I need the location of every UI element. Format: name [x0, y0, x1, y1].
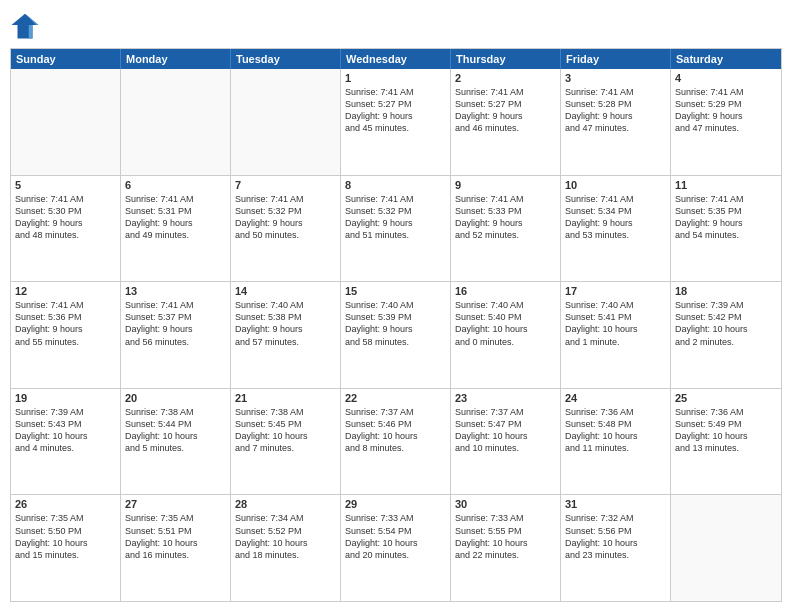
calendar-cell-3-6: 25Sunrise: 7:36 AM Sunset: 5:49 PM Dayli…	[671, 389, 781, 495]
calendar-cell-0-5: 3Sunrise: 7:41 AM Sunset: 5:28 PM Daylig…	[561, 69, 671, 175]
day-info: Sunrise: 7:41 AM Sunset: 5:29 PM Dayligh…	[675, 86, 777, 135]
day-number: 1	[345, 72, 446, 84]
header-day-friday: Friday	[561, 49, 671, 69]
day-info: Sunrise: 7:36 AM Sunset: 5:49 PM Dayligh…	[675, 406, 777, 455]
day-number: 5	[15, 179, 116, 191]
calendar-cell-3-4: 23Sunrise: 7:37 AM Sunset: 5:47 PM Dayli…	[451, 389, 561, 495]
calendar-row-0: 1Sunrise: 7:41 AM Sunset: 5:27 PM Daylig…	[11, 69, 781, 175]
day-number: 19	[15, 392, 116, 404]
day-info: Sunrise: 7:35 AM Sunset: 5:50 PM Dayligh…	[15, 512, 116, 561]
calendar-cell-2-6: 18Sunrise: 7:39 AM Sunset: 5:42 PM Dayli…	[671, 282, 781, 388]
calendar-cell-0-1	[121, 69, 231, 175]
header-day-wednesday: Wednesday	[341, 49, 451, 69]
day-info: Sunrise: 7:41 AM Sunset: 5:28 PM Dayligh…	[565, 86, 666, 135]
day-number: 6	[125, 179, 226, 191]
calendar-cell-2-0: 12Sunrise: 7:41 AM Sunset: 5:36 PM Dayli…	[11, 282, 121, 388]
day-number: 29	[345, 498, 446, 510]
logo-icon	[10, 10, 40, 40]
day-info: Sunrise: 7:41 AM Sunset: 5:33 PM Dayligh…	[455, 193, 556, 242]
day-number: 17	[565, 285, 666, 297]
calendar-cell-4-6	[671, 495, 781, 601]
calendar-cell-4-0: 26Sunrise: 7:35 AM Sunset: 5:50 PM Dayli…	[11, 495, 121, 601]
day-number: 22	[345, 392, 446, 404]
calendar-row-2: 12Sunrise: 7:41 AM Sunset: 5:36 PM Dayli…	[11, 281, 781, 388]
calendar-cell-1-1: 6Sunrise: 7:41 AM Sunset: 5:31 PM Daylig…	[121, 176, 231, 282]
calendar-cell-4-1: 27Sunrise: 7:35 AM Sunset: 5:51 PM Dayli…	[121, 495, 231, 601]
calendar-body: 1Sunrise: 7:41 AM Sunset: 5:27 PM Daylig…	[11, 69, 781, 601]
day-number: 30	[455, 498, 556, 510]
day-number: 21	[235, 392, 336, 404]
day-info: Sunrise: 7:41 AM Sunset: 5:27 PM Dayligh…	[455, 86, 556, 135]
calendar-cell-2-4: 16Sunrise: 7:40 AM Sunset: 5:40 PM Dayli…	[451, 282, 561, 388]
header-day-thursday: Thursday	[451, 49, 561, 69]
calendar-cell-1-5: 10Sunrise: 7:41 AM Sunset: 5:34 PM Dayli…	[561, 176, 671, 282]
header-day-tuesday: Tuesday	[231, 49, 341, 69]
day-number: 25	[675, 392, 777, 404]
day-info: Sunrise: 7:41 AM Sunset: 5:30 PM Dayligh…	[15, 193, 116, 242]
day-info: Sunrise: 7:39 AM Sunset: 5:42 PM Dayligh…	[675, 299, 777, 348]
calendar-cell-2-3: 15Sunrise: 7:40 AM Sunset: 5:39 PM Dayli…	[341, 282, 451, 388]
logo	[10, 10, 42, 40]
day-number: 16	[455, 285, 556, 297]
header-day-saturday: Saturday	[671, 49, 781, 69]
day-number: 10	[565, 179, 666, 191]
header-day-monday: Monday	[121, 49, 231, 69]
calendar-cell-4-2: 28Sunrise: 7:34 AM Sunset: 5:52 PM Dayli…	[231, 495, 341, 601]
calendar-cell-0-2	[231, 69, 341, 175]
header	[10, 10, 782, 40]
day-info: Sunrise: 7:40 AM Sunset: 5:39 PM Dayligh…	[345, 299, 446, 348]
calendar-cell-3-3: 22Sunrise: 7:37 AM Sunset: 5:46 PM Dayli…	[341, 389, 451, 495]
day-number: 14	[235, 285, 336, 297]
calendar-cell-1-4: 9Sunrise: 7:41 AM Sunset: 5:33 PM Daylig…	[451, 176, 561, 282]
day-info: Sunrise: 7:35 AM Sunset: 5:51 PM Dayligh…	[125, 512, 226, 561]
calendar-cell-0-6: 4Sunrise: 7:41 AM Sunset: 5:29 PM Daylig…	[671, 69, 781, 175]
day-number: 24	[565, 392, 666, 404]
day-info: Sunrise: 7:40 AM Sunset: 5:41 PM Dayligh…	[565, 299, 666, 348]
day-info: Sunrise: 7:41 AM Sunset: 5:27 PM Dayligh…	[345, 86, 446, 135]
calendar-cell-0-4: 2Sunrise: 7:41 AM Sunset: 5:27 PM Daylig…	[451, 69, 561, 175]
calendar-row-4: 26Sunrise: 7:35 AM Sunset: 5:50 PM Dayli…	[11, 494, 781, 601]
header-day-sunday: Sunday	[11, 49, 121, 69]
calendar-cell-3-1: 20Sunrise: 7:38 AM Sunset: 5:44 PM Dayli…	[121, 389, 231, 495]
day-info: Sunrise: 7:38 AM Sunset: 5:44 PM Dayligh…	[125, 406, 226, 455]
day-info: Sunrise: 7:41 AM Sunset: 5:35 PM Dayligh…	[675, 193, 777, 242]
calendar-cell-1-3: 8Sunrise: 7:41 AM Sunset: 5:32 PM Daylig…	[341, 176, 451, 282]
day-number: 18	[675, 285, 777, 297]
day-number: 13	[125, 285, 226, 297]
day-number: 11	[675, 179, 777, 191]
day-number: 20	[125, 392, 226, 404]
day-info: Sunrise: 7:41 AM Sunset: 5:31 PM Dayligh…	[125, 193, 226, 242]
calendar-cell-0-3: 1Sunrise: 7:41 AM Sunset: 5:27 PM Daylig…	[341, 69, 451, 175]
calendar-cell-1-0: 5Sunrise: 7:41 AM Sunset: 5:30 PM Daylig…	[11, 176, 121, 282]
calendar-cell-4-4: 30Sunrise: 7:33 AM Sunset: 5:55 PM Dayli…	[451, 495, 561, 601]
day-info: Sunrise: 7:38 AM Sunset: 5:45 PM Dayligh…	[235, 406, 336, 455]
day-number: 4	[675, 72, 777, 84]
day-info: Sunrise: 7:37 AM Sunset: 5:46 PM Dayligh…	[345, 406, 446, 455]
day-info: Sunrise: 7:39 AM Sunset: 5:43 PM Dayligh…	[15, 406, 116, 455]
calendar: SundayMondayTuesdayWednesdayThursdayFrid…	[10, 48, 782, 602]
calendar-row-3: 19Sunrise: 7:39 AM Sunset: 5:43 PM Dayli…	[11, 388, 781, 495]
calendar-cell-1-6: 11Sunrise: 7:41 AM Sunset: 5:35 PM Dayli…	[671, 176, 781, 282]
calendar-cell-1-2: 7Sunrise: 7:41 AM Sunset: 5:32 PM Daylig…	[231, 176, 341, 282]
day-info: Sunrise: 7:41 AM Sunset: 5:32 PM Dayligh…	[345, 193, 446, 242]
day-number: 23	[455, 392, 556, 404]
day-info: Sunrise: 7:32 AM Sunset: 5:56 PM Dayligh…	[565, 512, 666, 561]
day-info: Sunrise: 7:37 AM Sunset: 5:47 PM Dayligh…	[455, 406, 556, 455]
day-info: Sunrise: 7:41 AM Sunset: 5:34 PM Dayligh…	[565, 193, 666, 242]
calendar-cell-2-1: 13Sunrise: 7:41 AM Sunset: 5:37 PM Dayli…	[121, 282, 231, 388]
page: SundayMondayTuesdayWednesdayThursdayFrid…	[0, 0, 792, 612]
day-number: 9	[455, 179, 556, 191]
day-number: 31	[565, 498, 666, 510]
calendar-header: SundayMondayTuesdayWednesdayThursdayFrid…	[11, 49, 781, 69]
day-info: Sunrise: 7:33 AM Sunset: 5:55 PM Dayligh…	[455, 512, 556, 561]
calendar-cell-0-0	[11, 69, 121, 175]
day-number: 27	[125, 498, 226, 510]
day-info: Sunrise: 7:41 AM Sunset: 5:37 PM Dayligh…	[125, 299, 226, 348]
day-number: 26	[15, 498, 116, 510]
day-number: 3	[565, 72, 666, 84]
day-number: 28	[235, 498, 336, 510]
calendar-cell-3-0: 19Sunrise: 7:39 AM Sunset: 5:43 PM Dayli…	[11, 389, 121, 495]
day-info: Sunrise: 7:41 AM Sunset: 5:32 PM Dayligh…	[235, 193, 336, 242]
day-info: Sunrise: 7:40 AM Sunset: 5:40 PM Dayligh…	[455, 299, 556, 348]
day-number: 12	[15, 285, 116, 297]
